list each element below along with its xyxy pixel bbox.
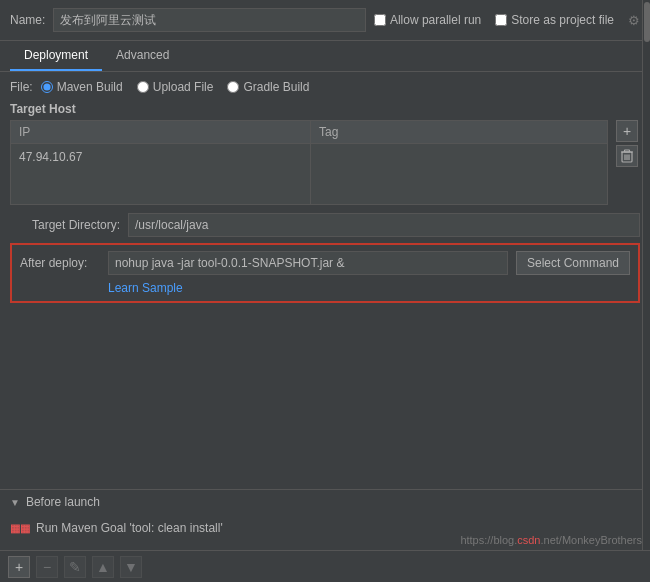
file-row: File: Maven Build Upload File Gradle Bui… <box>10 80 640 94</box>
watermark: https://blog.csdn.net/MonkeyBrothers <box>460 534 642 546</box>
gradle-build-radio[interactable] <box>227 81 239 93</box>
after-deploy-input[interactable] <box>108 251 508 275</box>
watermark-suffix: .net/MonkeyBrothers <box>541 534 643 546</box>
tab-deployment[interactable]: Deployment <box>10 41 102 71</box>
maven-build-label: Maven Build <box>57 80 123 94</box>
store-as-project-label: Store as project file <box>511 13 614 27</box>
after-deploy-label: After deploy: <box>20 256 100 270</box>
table-row-tag <box>311 144 607 204</box>
upload-file-label: Upload File <box>153 80 214 94</box>
main-content: File: Maven Build Upload File Gradle Bui… <box>0 72 650 317</box>
after-deploy-row: After deploy: Select Command <box>20 251 630 275</box>
gear-icon[interactable]: ⚙ <box>628 13 640 28</box>
add-host-button[interactable]: + <box>616 120 638 142</box>
file-type-radio-group: Maven Build Upload File Gradle Build <box>41 80 310 94</box>
select-command-button[interactable]: Select Command <box>516 251 630 275</box>
allow-parallel-input[interactable] <box>374 14 386 26</box>
allow-parallel-label: Allow parallel run <box>390 13 481 27</box>
edit-button[interactable]: ✎ <box>64 556 86 578</box>
remove-host-button[interactable] <box>616 145 638 167</box>
after-deploy-section: After deploy: Select Command Learn Sampl… <box>10 243 640 303</box>
allow-parallel-checkbox[interactable]: Allow parallel run <box>374 13 481 27</box>
target-host-header: IP Tag <box>11 121 607 144</box>
tabs-bar: Deployment Advanced <box>0 41 650 72</box>
target-host-table: IP Tag 47.94.10.67 <box>10 120 608 205</box>
maven-build-radio[interactable] <box>41 81 53 93</box>
name-label: Name: <box>10 13 45 27</box>
before-launch-title: Before launch <box>26 495 100 509</box>
target-host-body: 47.94.10.67 <box>11 144 607 204</box>
col-header-ip: IP <box>11 121 311 143</box>
before-launch-header[interactable]: ▼ Before launch <box>0 490 650 514</box>
target-directory-input[interactable] <box>128 213 640 237</box>
learn-sample-link[interactable]: Learn Sample <box>108 281 183 295</box>
top-bar: Name: Allow parallel run Store as projec… <box>0 0 650 41</box>
upload-file-option[interactable]: Upload File <box>137 80 214 94</box>
gradle-build-label: Gradle Build <box>243 80 309 94</box>
scrollbar-thumb[interactable] <box>644 2 650 42</box>
move-down-button[interactable]: ▼ <box>120 556 142 578</box>
move-up-button[interactable]: ▲ <box>92 556 114 578</box>
bottom-toolbar: + − ✎ ▲ ▼ <box>0 550 650 582</box>
maven-icon: ▦▦ <box>10 522 30 535</box>
add-button[interactable]: + <box>8 556 30 578</box>
top-bar-options: Allow parallel run Store as project file… <box>374 13 640 28</box>
tab-advanced[interactable]: Advanced <box>102 41 183 71</box>
chevron-down-icon: ▼ <box>10 497 20 508</box>
maven-build-option[interactable]: Maven Build <box>41 80 123 94</box>
target-host-label: Target Host <box>10 102 640 116</box>
upload-file-radio[interactable] <box>137 81 149 93</box>
gradle-build-option[interactable]: Gradle Build <box>227 80 309 94</box>
trash-icon <box>621 149 633 163</box>
launch-item-text: Run Maven Goal 'tool: clean install' <box>36 521 223 535</box>
watermark-highlight: csdn <box>517 534 540 546</box>
target-host-wrapper: IP Tag 47.94.10.67 + <box>10 120 608 205</box>
store-as-project-input[interactable] <box>495 14 507 26</box>
file-label: File: <box>10 80 33 94</box>
remove-button[interactable]: − <box>36 556 58 578</box>
watermark-prefix: https://blog. <box>460 534 517 546</box>
name-input[interactable] <box>53 8 366 32</box>
svg-rect-5 <box>625 150 630 152</box>
table-actions: + <box>616 120 638 167</box>
target-directory-row: Target Directory: <box>10 213 640 237</box>
col-header-tag: Tag <box>311 121 607 143</box>
table-row-ip[interactable]: 47.94.10.67 <box>11 144 311 204</box>
scrollbar[interactable] <box>642 0 650 550</box>
target-directory-label: Target Directory: <box>10 218 120 232</box>
store-as-project-checkbox[interactable]: Store as project file <box>495 13 614 27</box>
